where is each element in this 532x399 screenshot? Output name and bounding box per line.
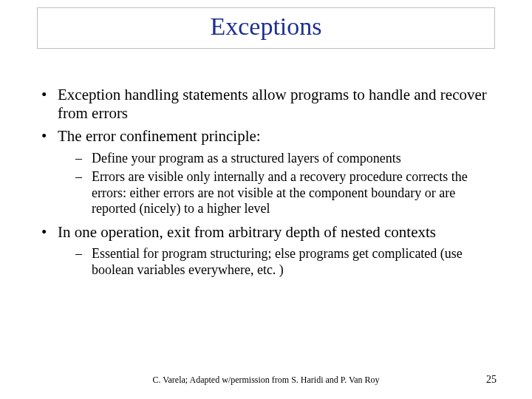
sub-bullet-list: Essential for program structuring; else … (58, 246, 495, 278)
slide-title: Exceptions (38, 13, 494, 41)
list-item: Essential for program structuring; else … (71, 246, 495, 278)
list-item: The error confinement principle: Define … (37, 127, 495, 217)
list-item: Define your program as a structured laye… (71, 151, 495, 167)
sub-bullet-text: Define your program as a structured laye… (92, 151, 401, 166)
list-item: In one operation, exit from arbitrary de… (37, 223, 495, 278)
slide: Exceptions Exception handling statements… (0, 0, 532, 399)
footer-text: C. Varela; Adapted w/permission from S. … (0, 375, 532, 386)
bullet-list: Exception handling statements allow prog… (37, 86, 495, 278)
bullet-text: The error confinement principle: (58, 127, 261, 145)
list-item: Errors are visible only internally and a… (71, 169, 495, 217)
sub-bullet-text: Errors are visible only internally and a… (92, 169, 468, 216)
sub-bullet-text: Essential for program structuring; else … (92, 246, 463, 277)
title-container: Exceptions (37, 7, 495, 49)
page-number: 25 (486, 374, 497, 386)
sub-bullet-list: Define your program as a structured laye… (58, 151, 495, 217)
bullet-text: Exception handling statements allow prog… (58, 86, 487, 122)
bullet-text: In one operation, exit from arbitrary de… (58, 223, 436, 241)
list-item: Exception handling statements allow prog… (37, 86, 495, 123)
